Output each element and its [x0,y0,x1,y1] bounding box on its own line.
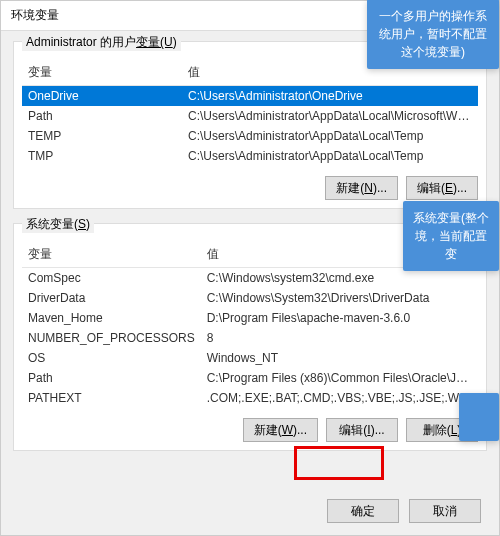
cancel-button[interactable]: 取消 [409,499,481,523]
system-buttons: 新建(W)... 编辑(I)... 删除(L) [22,418,478,442]
btn-label: 新建(N)... [336,181,387,195]
btn-label: 编辑(I)... [339,423,384,437]
var-name-cell: NUMBER_OF_PROCESSORS [22,328,201,348]
var-name-cell: TEMP [22,126,182,146]
user-buttons: 新建(N)... 编辑(E)... 删除(D) [22,176,478,200]
var-name-cell: OneDrive [22,86,182,107]
system-group-label: 系统变量(S) [22,216,94,233]
table-row[interactable]: OneDriveC:\Users\Administrator\OneDrive [22,86,478,107]
system-edit-button[interactable]: 编辑(I)... [326,418,398,442]
var-name-cell: PATHEXT [22,388,201,408]
btn-label: 删除(L) [423,423,462,437]
user-edit-button[interactable]: 编辑(E)... [406,176,478,200]
annotation-callout-low [459,393,499,441]
var-value-cell: Windows_NT [201,348,478,368]
system-col-variable[interactable]: 变量 [22,242,201,268]
var-value-cell: C:\Users\Administrator\AppData\Local\Tem… [182,146,478,166]
user-group-label-prefix: Administrator 的用户 [26,35,136,49]
var-value-cell: .COM;.EXE;.BAT;.CMD;.VBS;.VBE;.JS;.JSE;.… [201,388,478,408]
var-value-cell: C:\Users\Administrator\AppData\Local\Mic… [182,106,478,126]
var-name-cell: Path [22,106,182,126]
var-value-cell: C:\Users\Administrator\OneDrive [182,86,478,107]
var-value-cell: C:\Windows\System32\Drivers\DriverData [201,288,478,308]
table-row[interactable]: NUMBER_OF_PROCESSORS8 [22,328,478,348]
table-row[interactable]: PathC:\Users\Administrator\AppData\Local… [22,106,478,126]
var-name-cell: OS [22,348,201,368]
env-vars-dialog: 环境变量 Administrator 的用户变量(U) 变量 值 OneDriv… [0,0,500,536]
user-col-variable[interactable]: 变量 [22,60,182,86]
user-new-button[interactable]: 新建(N)... [325,176,398,200]
btn-label: 新建(W)... [254,423,307,437]
var-name-cell: Maven_Home [22,308,201,328]
user-group-label: Administrator 的用户变量(U) [22,34,181,51]
var-name-cell: Path [22,368,201,388]
var-name-cell: DriverData [22,288,201,308]
annotation-callout-top: 一个多用户的操作系统用户，暂时不配置这个境变量) [367,0,499,69]
var-name-cell: TMP [22,146,182,166]
var-value-cell: C:\Users\Administrator\AppData\Local\Tem… [182,126,478,146]
annotation-highlight-box [294,446,384,480]
table-row[interactable]: Maven_HomeD:\Program Files\apache-maven-… [22,308,478,328]
var-name-cell: ComSpec [22,268,201,289]
system-new-button[interactable]: 新建(W)... [243,418,318,442]
table-row[interactable]: TMPC:\Users\Administrator\AppData\Local\… [22,146,478,166]
table-row[interactable]: PATHEXT.COM;.EXE;.BAT;.CMD;.VBS;.VBE;.JS… [22,388,478,408]
dialog-footer: 确定 取消 [327,499,481,523]
var-value-cell: D:\Program Files\apache-maven-3.6.0 [201,308,478,328]
table-row[interactable]: TEMPC:\Users\Administrator\AppData\Local… [22,126,478,146]
annotation-callout-mid: 系统变量(整个境，当前配置变 [403,201,499,271]
var-value-cell: 8 [201,328,478,348]
table-row[interactable]: DriverDataC:\Windows\System32\Drivers\Dr… [22,288,478,308]
user-group-label-u: 变量(U [136,35,173,49]
var-value-cell: C:\Program Files (x86)\Common Files\Orac… [201,368,478,388]
table-row[interactable]: OSWindows_NT [22,348,478,368]
table-row[interactable]: PathC:\Program Files (x86)\Common Files\… [22,368,478,388]
ok-button[interactable]: 确定 [327,499,399,523]
user-vars-table[interactable]: 变量 值 OneDriveC:\Users\Administrator\OneD… [22,60,478,166]
btn-label: 编辑(E)... [417,181,467,195]
